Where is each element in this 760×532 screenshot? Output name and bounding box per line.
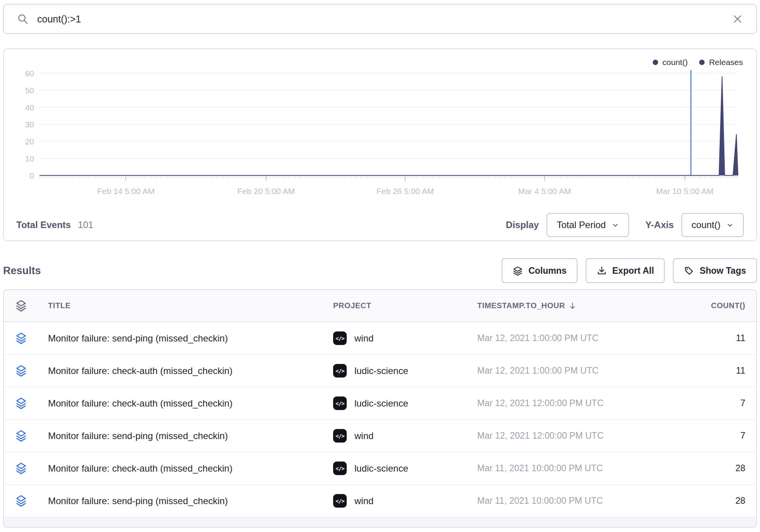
chart-legend: count() Releases	[653, 58, 743, 67]
row-project: </>wind	[333, 494, 477, 508]
results-heading: Results	[3, 265, 41, 277]
project-name: ludic-science	[354, 398, 408, 409]
events-chart-panel: count() Releases 0102030405060Feb 14 5:0…	[3, 48, 757, 241]
tag-icon	[684, 266, 694, 276]
project-platform-icon: </>	[333, 494, 347, 508]
row-count: 7	[652, 431, 745, 441]
stack-icon	[15, 429, 28, 442]
chevron-down-icon	[612, 221, 619, 229]
legend-label-releases: Releases	[709, 58, 743, 67]
column-header-timestamp-label: TIMESTAMP.TO_HOUR	[477, 301, 565, 310]
table-row[interactable]: Monitor failure: send-ping (missed_check…	[4, 322, 756, 355]
download-icon	[597, 266, 607, 276]
column-header-count[interactable]: COUNT()	[652, 301, 745, 310]
row-project: </>wind	[333, 429, 477, 443]
stack-icon	[15, 332, 28, 345]
row-count: 28	[652, 463, 745, 474]
svg-text:10: 10	[25, 154, 34, 163]
yaxis-dropdown[interactable]: count()	[681, 213, 744, 237]
row-count: 11	[652, 333, 745, 343]
count-series-dot-icon	[653, 60, 658, 65]
svg-text:60: 60	[25, 69, 34, 78]
table-row[interactable]: Monitor failure: check-auth (missed_chec…	[4, 355, 756, 387]
table-row[interactable]: Monitor failure: send-ping (missed_check…	[4, 420, 756, 452]
legend-item-count[interactable]: count()	[653, 58, 688, 67]
show-tags-button[interactable]: Show Tags	[673, 258, 757, 283]
layers-icon	[512, 266, 523, 276]
stack-icon	[15, 462, 28, 475]
row-project: </>ludic-science	[333, 462, 477, 475]
row-title: Monitor failure: send-ping (missed_check…	[40, 496, 333, 506]
table-row[interactable]: Monitor failure: check-auth (missed_chec…	[4, 452, 756, 485]
svg-text:Mar 10 5:00 AM: Mar 10 5:00 AM	[656, 187, 714, 196]
row-title: Monitor failure: check-auth (missed_chec…	[40, 366, 333, 376]
columns-button[interactable]: Columns	[502, 258, 577, 283]
column-header-timestamp[interactable]: TIMESTAMP.TO_HOUR	[477, 301, 652, 310]
row-title: Monitor failure: check-auth (missed_chec…	[40, 463, 333, 474]
display-dropdown[interactable]: Total Period	[547, 213, 629, 237]
columns-button-label: Columns	[528, 266, 566, 276]
row-timestamp: Mar 11, 2021 10:00:00 PM UTC	[477, 463, 652, 474]
project-name: ludic-science	[354, 463, 408, 474]
column-header-project[interactable]: PROJECT	[333, 301, 477, 310]
clear-search-icon[interactable]	[732, 14, 743, 24]
svg-text:20: 20	[25, 137, 34, 146]
row-count: 11	[652, 366, 745, 376]
table-header-row: TITLE PROJECT TIMESTAMP.TO_HOUR COUNT()	[4, 290, 756, 322]
row-count: 7	[652, 398, 745, 408]
results-table: TITLE PROJECT TIMESTAMP.TO_HOUR COUNT() …	[3, 289, 757, 528]
row-timestamp: Mar 12, 2021 1:00:00 PM UTC	[477, 366, 652, 376]
svg-text:40: 40	[25, 103, 34, 112]
display-dropdown-value: Total Period	[557, 220, 606, 230]
svg-text:Feb 20 5:00 AM: Feb 20 5:00 AM	[237, 187, 295, 196]
chart-footer: Total Events 101 Display Total Period Y-…	[4, 209, 756, 240]
search-bar: count():>1	[3, 4, 757, 34]
legend-label-count: count()	[662, 58, 688, 67]
yaxis-label: Y-Axis	[645, 220, 674, 230]
total-events-value: 101	[78, 220, 93, 230]
row-count: 28	[652, 496, 745, 506]
legend-item-releases[interactable]: Releases	[699, 58, 743, 67]
project-name: wind	[354, 333, 373, 344]
table-row[interactable]: Monitor failure: send-ping (missed_check…	[4, 485, 756, 517]
sort-desc-arrow-icon	[568, 302, 577, 310]
svg-text:Mar 4 5:00 AM: Mar 4 5:00 AM	[518, 187, 571, 196]
row-title: Monitor failure: send-ping (missed_check…	[40, 333, 333, 344]
project-platform-icon: </>	[333, 429, 347, 443]
column-header-title[interactable]: TITLE	[40, 301, 333, 310]
search-input[interactable]: count():>1	[37, 14, 732, 25]
project-name: wind	[354, 431, 373, 441]
row-project: </>wind	[333, 331, 477, 345]
export-all-button-label: Export All	[612, 266, 654, 276]
table-footer-strip	[4, 517, 756, 527]
project-platform-icon: </>	[333, 396, 347, 410]
row-timestamp: Mar 12, 2021 12:00:00 PM UTC	[477, 398, 652, 408]
releases-dot-icon	[699, 60, 705, 65]
stack-icon	[15, 397, 28, 410]
row-project: </>ludic-science	[333, 364, 477, 378]
total-events-label: Total Events	[16, 220, 71, 230]
row-title: Monitor failure: check-auth (missed_chec…	[40, 398, 333, 409]
project-name: wind	[354, 496, 373, 506]
results-header-row: Results Columns Export All Show Tags	[3, 258, 757, 283]
svg-text:50: 50	[25, 86, 34, 95]
chart-gridlines	[40, 73, 738, 158]
stack-icon	[15, 299, 28, 312]
search-icon	[17, 13, 29, 25]
table-row[interactable]: Monitor failure: check-auth (missed_chec…	[4, 387, 756, 420]
count-series-area	[40, 77, 738, 175]
chart-axis	[40, 175, 738, 181]
row-timestamp: Mar 12, 2021 1:00:00 PM UTC	[477, 333, 652, 343]
yaxis-dropdown-value: count()	[691, 220, 720, 230]
chevron-down-icon	[726, 221, 734, 229]
row-title: Monitor failure: send-ping (missed_check…	[40, 431, 333, 441]
svg-text:0: 0	[29, 171, 34, 180]
export-all-button[interactable]: Export All	[586, 258, 665, 283]
project-name: ludic-science	[354, 366, 408, 376]
stack-icon	[15, 494, 28, 507]
row-project: </>ludic-science	[333, 396, 477, 410]
display-label: Display	[506, 220, 539, 230]
stack-icon	[15, 364, 28, 377]
row-timestamp: Mar 12, 2021 12:00:00 PM UTC	[477, 431, 652, 441]
svg-text:30: 30	[25, 120, 34, 129]
